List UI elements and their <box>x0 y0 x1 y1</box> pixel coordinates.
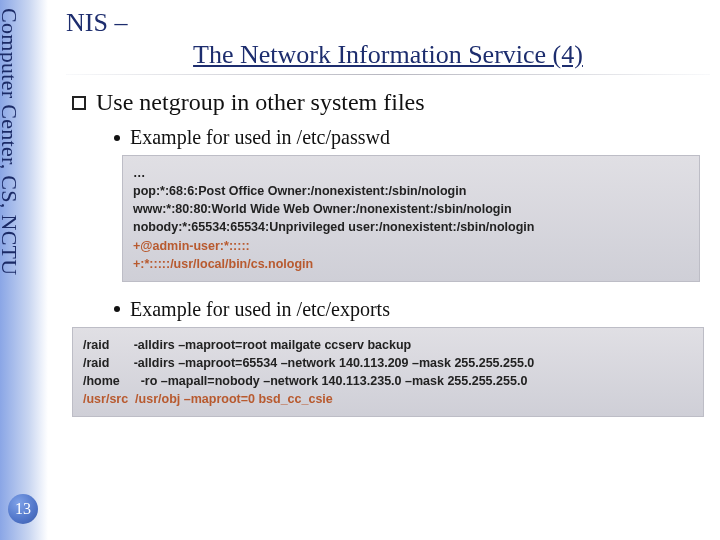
square-bullet-icon <box>72 96 86 110</box>
slide: Computer Center, CS, NCTU 13 NIS – The N… <box>0 0 720 540</box>
exports-line-3: /usr/src /usr/obj –maproot=0 bsd_cc_csie <box>83 392 333 406</box>
bullet-passwd-label: Example for used in /etc/passwd <box>130 126 390 149</box>
passwd-line-1: pop:*:68:6:Post Office Owner:/nonexisten… <box>133 184 466 198</box>
passwd-line-3: nobody:*:65534:65534:Unprivileged user:/… <box>133 220 534 234</box>
bullet-exports: Example for used in /etc/exports <box>114 298 710 321</box>
section-heading-row: Use netgroup in other system files <box>72 89 710 116</box>
exports-line-0: /raid -alldirs –maproot=root mailgate cc… <box>83 338 411 352</box>
title-divider <box>66 74 710 75</box>
bullet-passwd: Example for used in /etc/passwd <box>114 126 710 149</box>
passwd-line-0: … <box>133 166 146 180</box>
exports-line-1: /raid -alldirs –maproot=65534 –network 1… <box>83 356 534 370</box>
page-number: 13 <box>15 500 31 518</box>
passwd-line-5: +:*:::::/usr/local/bin/cs.nologin <box>133 257 313 271</box>
bullet-exports-label: Example for used in /etc/exports <box>130 298 390 321</box>
title-main: The Network Information Service (4) <box>66 40 710 70</box>
section-heading: Use netgroup in other system files <box>96 89 425 116</box>
page-number-badge: 13 <box>8 494 38 524</box>
passwd-line-2: www:*:80:80:World Wide Web Owner:/nonexi… <box>133 202 512 216</box>
exports-line-2: /home -ro –mapall=nobody –network 140.11… <box>83 374 527 388</box>
dot-bullet-icon <box>114 135 120 141</box>
passwd-line-4: +@admin-user:*::::: <box>133 239 250 253</box>
left-rail: Computer Center, CS, NCTU <box>0 0 48 540</box>
dot-bullet-icon <box>114 306 120 312</box>
rail-label: Computer Center, CS, NCTU <box>0 8 22 276</box>
content-area: NIS – The Network Information Service (4… <box>66 6 710 433</box>
codebox-exports: /raid -alldirs –maproot=root mailgate cc… <box>72 327 704 418</box>
title-prefix: NIS – <box>66 8 710 38</box>
codebox-passwd: … pop:*:68:6:Post Office Owner:/nonexist… <box>122 155 700 282</box>
